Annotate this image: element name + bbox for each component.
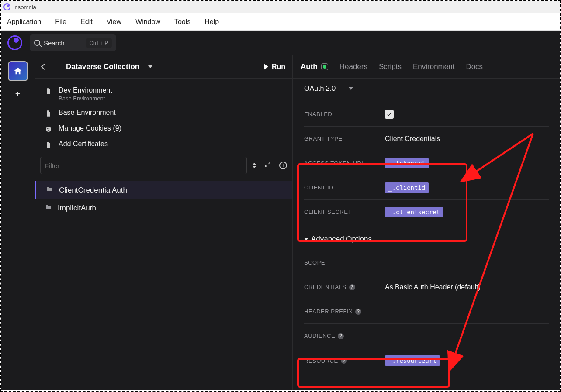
row-credentials: CREDENTIALS ? As Basic Auth Header (defa… bbox=[304, 275, 549, 299]
tab-auth-label: Auth bbox=[301, 62, 318, 71]
row-resource: RESOURCE ? _.resourceurl bbox=[304, 348, 549, 373]
filter-row: + bbox=[35, 157, 292, 179]
help-icon[interactable]: ? bbox=[355, 309, 361, 315]
enabled-label: ENABLED bbox=[304, 111, 385, 117]
help-icon[interactable]: ? bbox=[349, 284, 355, 290]
sort-icon[interactable] bbox=[252, 163, 256, 168]
row-scope: SCOPE bbox=[304, 251, 549, 275]
add-request-button[interactable]: + bbox=[279, 162, 287, 169]
collection-dropdown-icon[interactable] bbox=[148, 65, 152, 68]
app-icon bbox=[3, 3, 10, 10]
home-icon bbox=[13, 66, 23, 76]
audience-label: AUDIENCE bbox=[304, 333, 335, 339]
auth-type-label: OAuth 2.0 bbox=[304, 85, 336, 93]
collection-name[interactable]: Dataverse Collection bbox=[66, 62, 139, 71]
menu-edit[interactable]: Edit bbox=[78, 16, 95, 28]
cookie-icon bbox=[45, 125, 52, 133]
resource-value[interactable]: _.resourceurl bbox=[385, 355, 440, 366]
add-certificates[interactable]: Add Certificates bbox=[35, 137, 292, 152]
caret-down-icon bbox=[304, 238, 308, 241]
collection-header: Dataverse Collection Run bbox=[35, 55, 292, 79]
client-secret-value[interactable]: _.clientsecret bbox=[385, 207, 443, 217]
svg-point-0 bbox=[46, 127, 51, 132]
credentials-label: CREDENTIALS bbox=[304, 284, 346, 290]
auth-status-icon bbox=[321, 63, 328, 70]
svg-point-1 bbox=[47, 128, 48, 129]
header-prefix-label: HEADER PREFIX bbox=[304, 308, 353, 315]
tab-environment[interactable]: Environment bbox=[413, 62, 454, 71]
app-topbar: Search.. Ctrl + P bbox=[1, 31, 560, 55]
search-placeholder: Search.. bbox=[44, 39, 68, 47]
credentials-value[interactable]: As Basic Auth Header (default) bbox=[385, 283, 549, 291]
menu-application[interactable]: Application bbox=[4, 16, 44, 28]
env-dev-label: Dev Environment bbox=[59, 86, 112, 94]
insomnia-logo-icon bbox=[6, 34, 24, 52]
svg-point-2 bbox=[48, 128, 49, 129]
help-icon[interactable]: ? bbox=[338, 333, 344, 339]
menu-help[interactable]: Help bbox=[202, 16, 222, 28]
home-button[interactable] bbox=[8, 61, 28, 81]
environment-list: Dev Environment Base Environment Base En… bbox=[35, 79, 292, 157]
global-search[interactable]: Search.. Ctrl + P bbox=[30, 34, 116, 51]
help-icon[interactable]: ? bbox=[341, 358, 347, 364]
svg-point-3 bbox=[48, 130, 49, 131]
enabled-checkbox[interactable] bbox=[385, 110, 394, 119]
advanced-options-toggle[interactable]: Advanced Options bbox=[293, 228, 560, 247]
document-icon bbox=[45, 87, 52, 95]
client-id-value[interactable]: _.clientid bbox=[385, 182, 429, 193]
env-dev-sub: Base Environment bbox=[59, 95, 112, 102]
menu-tools[interactable]: Tools bbox=[172, 16, 193, 28]
access-token-url-value[interactable]: _.tokenurl bbox=[385, 158, 429, 168]
menu-window[interactable]: Window bbox=[133, 16, 163, 28]
tab-docs[interactable]: Docs bbox=[466, 62, 483, 71]
expand-icon[interactable] bbox=[264, 161, 271, 170]
folder-icon bbox=[46, 186, 54, 195]
window-title: Insomnia bbox=[13, 4, 36, 10]
env-dev[interactable]: Dev Environment Base Environment bbox=[35, 83, 292, 105]
folder-clientcredentialauth[interactable]: ClientCredentialAuth bbox=[35, 181, 292, 199]
chevron-down-icon bbox=[349, 87, 353, 90]
row-enabled: ENABLED bbox=[304, 102, 549, 127]
tree-item-label: ClientCredentialAuth bbox=[59, 186, 127, 195]
row-audience: AUDIENCE ? bbox=[304, 324, 549, 348]
tab-scripts[interactable]: Scripts bbox=[379, 62, 402, 71]
run-button[interactable]: Run bbox=[264, 63, 285, 71]
manage-cookies[interactable]: Manage Cookies (9) bbox=[35, 121, 292, 137]
left-rail: + bbox=[1, 55, 35, 390]
env-base-label: Base Environment bbox=[59, 109, 116, 117]
row-grant-type: GRANT TYPE Client Credentials bbox=[304, 127, 549, 151]
add-project-button[interactable]: + bbox=[15, 89, 21, 99]
cookies-label: Manage Cookies (9) bbox=[59, 124, 121, 132]
grant-type-label: GRANT TYPE bbox=[304, 135, 385, 142]
folder-implicitauth[interactable]: ImplicitAuth bbox=[35, 199, 292, 217]
menu-file[interactable]: File bbox=[52, 16, 69, 28]
search-icon bbox=[34, 40, 40, 46]
menu-view[interactable]: View bbox=[104, 16, 124, 28]
client-secret-label: CLIENT SECRET bbox=[304, 209, 385, 215]
row-header-prefix: HEADER PREFIX ? bbox=[304, 299, 549, 324]
tab-headers[interactable]: Headers bbox=[339, 62, 367, 71]
env-base[interactable]: Base Environment bbox=[35, 105, 292, 121]
tree-item-label: ImplicitAuth bbox=[58, 204, 96, 213]
search-shortcut: Ctrl + P bbox=[86, 38, 112, 48]
back-icon[interactable] bbox=[41, 63, 47, 69]
menu-bar: Application File Edit View Window Tools … bbox=[1, 13, 560, 31]
detail-tabs: Auth Headers Scripts Environment Docs bbox=[293, 55, 560, 79]
client-id-label: CLIENT ID bbox=[304, 184, 385, 191]
access-token-url-label: ACCESS TOKEN URL bbox=[304, 160, 385, 166]
collection-panel: Dataverse Collection Run Dev Environment bbox=[35, 55, 293, 390]
filter-input[interactable] bbox=[40, 157, 247, 174]
request-tree: ClientCredentialAuth ImplicitAuth bbox=[35, 179, 292, 220]
separator bbox=[56, 62, 56, 72]
grant-type-value[interactable]: Client Credentials bbox=[385, 135, 549, 143]
play-icon bbox=[264, 64, 268, 70]
row-client-id: CLIENT ID _.clientid bbox=[304, 175, 549, 200]
resource-label: RESOURCE bbox=[304, 358, 338, 364]
tab-auth[interactable]: Auth bbox=[301, 62, 328, 71]
row-client-secret: CLIENT SECRET _.clientsecret bbox=[304, 200, 549, 224]
scope-label: SCOPE bbox=[304, 259, 385, 266]
document-icon bbox=[45, 141, 52, 149]
auth-type-selector[interactable]: OAuth 2.0 bbox=[293, 79, 560, 99]
row-access-token-url: ACCESS TOKEN URL _.tokenurl bbox=[304, 151, 549, 175]
folder-icon bbox=[45, 203, 52, 213]
